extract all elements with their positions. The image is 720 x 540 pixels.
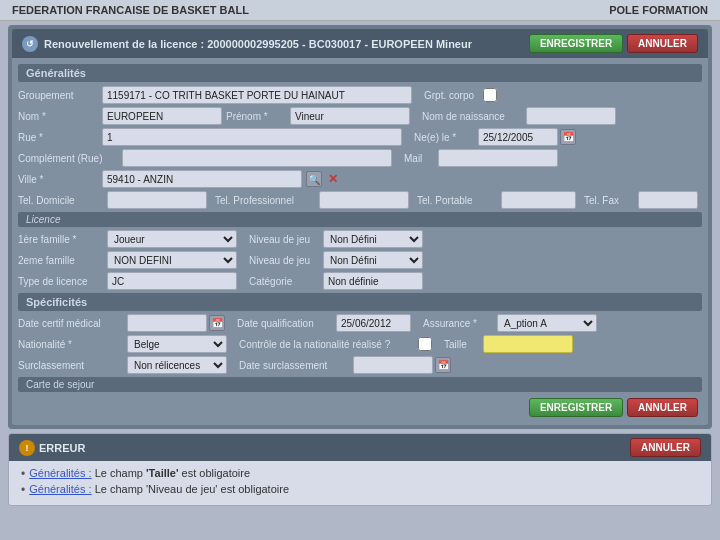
surclassement-label: Surclassement <box>18 360 123 371</box>
error-item-2: • Généralités : Le champ 'Niveau de jeu'… <box>21 483 699 497</box>
tel-pro-label: Tel. Professionnel <box>215 195 315 206</box>
nom-naissance-input[interactable] <box>526 107 616 125</box>
specificites-header: Spécificités <box>18 293 702 311</box>
error-link-1[interactable]: Généralités : <box>29 467 91 479</box>
famille1-select[interactable]: Joueur <box>107 230 237 248</box>
form-title: Renouvellement de la licence : 200000002… <box>44 38 472 50</box>
niveau-jeu1-select[interactable]: Non Défini <box>323 230 423 248</box>
error-msg-2: Le champ 'Niveau de jeu' est obligatoire <box>92 483 289 495</box>
error-cancel-button[interactable]: ANNULER <box>630 438 701 457</box>
cancel-button-bottom[interactable]: ANNULER <box>627 398 698 417</box>
assurance-select[interactable]: A_ption A <box>497 314 597 332</box>
licence-section-label: Licence <box>18 212 702 227</box>
tel-domicile-label: Tel. Domicile <box>18 195 103 206</box>
ville-label: Ville * <box>18 174 98 185</box>
date-qualif-input[interactable] <box>336 314 411 332</box>
surclassement-select[interactable]: Non rélicences <box>127 356 227 374</box>
date-qualif-label: Date qualification <box>237 318 332 329</box>
niveau-jeu1-label: Niveau de jeu <box>249 234 319 245</box>
grpt-corpo-checkbox[interactable] <box>483 88 497 102</box>
cancel-button-top[interactable]: ANNULER <box>627 34 698 53</box>
assurance-label: Assurance * <box>423 318 493 329</box>
groupement-label: Groupement <box>18 90 98 101</box>
type-licence-input[interactable] <box>107 272 237 290</box>
date-certif-input[interactable] <box>127 314 207 332</box>
tel-portable-input[interactable] <box>501 191 576 209</box>
niveau-jeu2-label: Niveau de jeu <box>249 255 319 266</box>
ne-le-label: Ne(e) le * <box>414 132 474 143</box>
controle-checkbox[interactable] <box>418 337 432 351</box>
tel-fax-label: Tel. Fax <box>584 195 634 206</box>
rue-input[interactable] <box>102 128 402 146</box>
ville-search-icon[interactable]: 🔍 <box>306 171 322 187</box>
tel-fax-input[interactable] <box>638 191 698 209</box>
ne-le-input[interactable] <box>478 128 558 146</box>
prenom-input[interactable] <box>290 107 410 125</box>
date-certif-cal-icon[interactable]: 📅 <box>209 315 225 331</box>
save-button-top[interactable]: ENREGISTRER <box>529 34 623 53</box>
prenom-label: Prénom * <box>226 111 286 122</box>
nationalite-select[interactable]: Belge <box>127 335 227 353</box>
type-licence-label: Type de licence <box>18 276 103 287</box>
nom-input[interactable] <box>102 107 222 125</box>
controle-label: Contrôle de la nationalité réalisé ? <box>239 339 414 350</box>
famille1-label: 1ère famille * <box>18 234 103 245</box>
complement-label: Complément (Rue) <box>18 153 118 164</box>
ne-le-cal-icon[interactable]: 📅 <box>560 129 576 145</box>
nationalite-label: Nationalité * <box>18 339 123 350</box>
error-title: ERREUR <box>39 442 85 454</box>
rue-label: Rue * <box>18 132 98 143</box>
top-bar: FEDERATION FRANCAISE DE BASKET BALL POLE… <box>0 0 720 21</box>
taille-input[interactable] <box>483 335 573 353</box>
categorie-label: Catégorie <box>249 276 319 287</box>
error-icon: ! <box>19 440 35 456</box>
ville-input[interactable] <box>102 170 302 188</box>
main-panel: ↺ Renouvellement de la licence : 2000000… <box>8 25 712 429</box>
title-bar: ↺ Renouvellement de la licence : 2000000… <box>12 29 708 58</box>
categorie-input <box>323 272 423 290</box>
complement-input[interactable] <box>122 149 392 167</box>
date-surclas-label: Date surclassement <box>239 360 349 371</box>
grpt-corpo-label: Grpt. corpo <box>424 90 479 101</box>
date-surclas-input[interactable] <box>353 356 433 374</box>
generalites-header: Généralités <box>18 64 702 82</box>
nom-label: Nom * <box>18 111 98 122</box>
error-item-1: • Généralités : Le champ 'Taille' est ob… <box>21 467 699 481</box>
tel-domicile-input[interactable] <box>107 191 207 209</box>
groupement-input[interactable] <box>102 86 412 104</box>
carte-sejour-section: Carte de sejour <box>18 377 702 392</box>
error-msg-1: Le champ 'Taille' est obligatoire <box>92 467 251 479</box>
taille-label: Taille <box>444 339 479 350</box>
title-icon: ↺ <box>22 36 38 52</box>
ville-clear-icon[interactable]: ✕ <box>328 172 338 186</box>
niveau-jeu2-select[interactable]: Non Défini <box>323 251 423 269</box>
pole-name: POLE FORMATION <box>609 4 708 16</box>
famille2-select[interactable]: NON DEFINI <box>107 251 237 269</box>
nom-naissance-label: Nom de naissance <box>422 111 522 122</box>
mail-label: Mail <box>404 153 434 164</box>
famille2-label: 2eme famille <box>18 255 103 266</box>
tel-portable-label: Tel. Portable <box>417 195 497 206</box>
org-name: FEDERATION FRANCAISE DE BASKET BALL <box>12 4 249 16</box>
save-button-bottom[interactable]: ENREGISTRER <box>529 398 623 417</box>
mail-input[interactable] <box>438 149 558 167</box>
date-surclas-cal-icon[interactable]: 📅 <box>435 357 451 373</box>
date-certif-label: Date certif médical <box>18 318 123 329</box>
error-link-2[interactable]: Généralités : <box>29 483 91 495</box>
error-panel: ! ERREUR ANNULER • Généralités : Le cham… <box>8 433 712 506</box>
tel-pro-input[interactable] <box>319 191 409 209</box>
